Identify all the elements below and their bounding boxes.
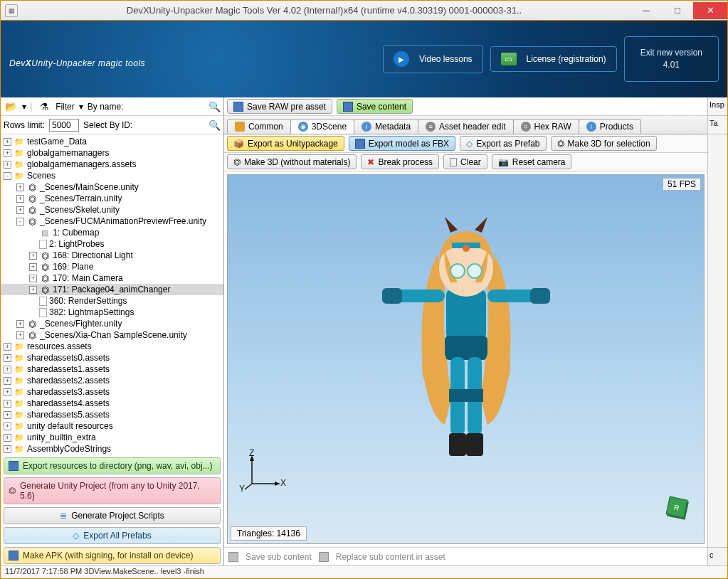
- dropdown-icon[interactable]: ▾: [79, 102, 83, 112]
- expand-icon[interactable]: +: [16, 320, 24, 328]
- expand-icon[interactable]: +: [4, 343, 11, 351]
- tab-hex[interactable]: ⌗Hex RAW: [513, 119, 579, 134]
- make-3d-selection-button[interactable]: ⏣Make 3D for selection: [551, 136, 657, 151]
- expand-icon[interactable]: [29, 240, 37, 248]
- tree-row[interactable]: +⏣169: Plane: [1, 261, 223, 272]
- video-lessons-button[interactable]: ▶ Video lessons: [383, 45, 483, 73]
- tree-row[interactable]: +⏣_Scenes/MainScene.unity: [1, 181, 223, 193]
- expand-icon[interactable]: +: [29, 275, 37, 282]
- filter-icon[interactable]: ⚗: [37, 100, 51, 114]
- expand-icon[interactable]: +: [4, 366, 11, 373]
- expand-icon[interactable]: [29, 229, 37, 237]
- tree-row[interactable]: +📁sharedassets5.assets: [1, 409, 223, 420]
- tree-row[interactable]: +📁sharedassets3.assets: [1, 386, 223, 398]
- expand-icon[interactable]: +: [29, 252, 37, 260]
- expand-icon[interactable]: +: [4, 445, 11, 453]
- tree-row[interactable]: +📁unity default resources: [1, 420, 223, 432]
- license-button[interactable]: ▭ License (registration): [490, 46, 617, 72]
- export-unitypackage-button[interactable]: 📦Export as Unitypackage: [227, 136, 344, 151]
- exit-version-box[interactable]: Exit new version 4.01: [624, 36, 719, 82]
- tree-row[interactable]: +⏣_Scenes/Terrain.unity: [1, 193, 223, 204]
- tree-row[interactable]: +📁sharedassets4.assets: [1, 398, 223, 409]
- expand-icon[interactable]: +: [16, 184, 24, 191]
- expand-icon[interactable]: +: [29, 263, 37, 271]
- expand-icon[interactable]: +: [4, 354, 11, 362]
- expand-icon[interactable]: +: [16, 331, 24, 339]
- collapsed-tab[interactable]: c: [708, 547, 727, 565]
- tab-products[interactable]: iProducts: [579, 119, 641, 134]
- tree-row[interactable]: +📁globalgamemanagers: [1, 147, 223, 159]
- dropdown-icon[interactable]: ▾: [22, 102, 26, 112]
- expand-icon[interactable]: +: [4, 388, 11, 396]
- tree-row[interactable]: +📁unity_builtin_extra: [1, 432, 223, 443]
- tab-metadata[interactable]: iMetadata: [354, 119, 418, 134]
- logo: DevXUnity-Unpacker magic tools: [9, 47, 145, 71]
- 3d-viewport[interactable]: 51 FPS: [227, 174, 705, 544]
- tree-row[interactable]: +⏣170: Main Camera: [1, 272, 223, 284]
- expand-icon[interactable]: [29, 309, 37, 317]
- tree-row[interactable]: +⏣_Scenes/Xia-Chan SampleScene.unity: [1, 329, 223, 341]
- tree-row[interactable]: +⏣_Scenes/Skelet.unity: [1, 204, 223, 216]
- search-icon[interactable]: 🔍: [209, 101, 221, 112]
- close-button[interactable]: ✕: [693, 2, 727, 19]
- expand-icon[interactable]: +: [4, 400, 11, 408]
- tags-tab[interactable]: Ta: [708, 116, 727, 134]
- tree-row[interactable]: +📁AssemblyCodeStrings: [1, 443, 223, 455]
- reset-camera-button[interactable]: 📷Reset camera: [492, 154, 572, 169]
- rows-limit-input[interactable]: [49, 119, 79, 132]
- save-sub-content-button[interactable]: Save sub content: [246, 552, 312, 562]
- expand-icon[interactable]: +: [4, 149, 11, 157]
- expand-icon[interactable]: -: [4, 172, 11, 180]
- tree-row[interactable]: +📁globalgamemanagers.assets: [1, 159, 223, 170]
- expand-icon[interactable]: -: [16, 218, 24, 225]
- expand-icon[interactable]: +: [16, 206, 24, 214]
- save-raw-button[interactable]: Save RAW pre asset: [227, 99, 332, 114]
- export-all-prefabs-button[interactable]: ◇ Export All Prefabs: [4, 527, 221, 544]
- expand-icon[interactable]: +: [4, 423, 11, 430]
- generate-scripts-button[interactable]: ≣ Generate Project Scripts: [4, 507, 221, 524]
- export-prefab-button[interactable]: ◇Export as Prefab: [460, 136, 546, 151]
- inspector-tab[interactable]: Insp: [708, 97, 727, 116]
- search-icon[interactable]: 🔍: [209, 119, 221, 131]
- tree-row[interactable]: +⏣171: Package04_animChanger: [1, 284, 223, 295]
- tree-row[interactable]: ▨1: Cubemap: [1, 227, 223, 238]
- tree-row[interactable]: 2: LightProbes: [1, 238, 223, 250]
- tree-row[interactable]: +📁resources.assets: [1, 341, 223, 352]
- tab-common[interactable]: Common: [227, 119, 291, 134]
- expand-icon[interactable]: +: [4, 411, 11, 419]
- save-content-button[interactable]: Save content: [337, 99, 413, 114]
- expand-icon[interactable]: [29, 297, 37, 305]
- orientation-gizmo[interactable]: R: [661, 494, 692, 525]
- tab-3dscene[interactable]: ◉3DScene: [290, 119, 354, 134]
- tree-row[interactable]: -📁Scenes: [1, 170, 223, 181]
- replace-sub-content-button[interactable]: Replace sub content in asset: [336, 552, 445, 562]
- tree-row[interactable]: +📁sharedassets2.assets: [1, 375, 223, 386]
- tree-row[interactable]: +📁sharedassets1.assets: [1, 363, 223, 375]
- export-resources-button[interactable]: Export resources to directory (png, wav,…: [4, 457, 221, 474]
- maximize-button[interactable]: □: [662, 2, 693, 19]
- tab-asset-header[interactable]: ≡Asset header edit: [418, 119, 513, 134]
- make-apk-button[interactable]: Make APK (with signing, for install on d…: [4, 547, 221, 564]
- tree-row[interactable]: 382: LightmapSettings: [1, 307, 223, 318]
- generate-unity-project-button[interactable]: ⏣ Generate Unity Project (from any to Un…: [4, 477, 221, 504]
- tree-row[interactable]: -⏣_Scenes/FUCMAnimationPreviewFree.unity: [1, 216, 223, 227]
- expand-icon[interactable]: +: [4, 161, 11, 169]
- expand-icon[interactable]: +: [29, 286, 37, 294]
- clear-button[interactable]: Clear: [443, 154, 487, 169]
- minimize-button[interactable]: ─: [631, 2, 662, 19]
- expand-icon[interactable]: +: [16, 195, 24, 203]
- tree-row[interactable]: +📁testGame_Data: [1, 136, 223, 147]
- asset-tree[interactable]: +📁testGame_Data+📁globalgamemanagers+📁glo…: [1, 134, 223, 456]
- tree-row[interactable]: +📁sharedassets0.assets: [1, 352, 223, 363]
- open-icon[interactable]: 📂: [4, 100, 18, 114]
- folder-icon: 📁: [14, 376, 25, 386]
- expand-icon[interactable]: +: [4, 138, 11, 146]
- tree-row[interactable]: 360: RenderSettings: [1, 295, 223, 307]
- make-3d-nomaterials-button[interactable]: ⏣Make 3D (without materials): [227, 154, 357, 169]
- expand-icon[interactable]: +: [4, 434, 11, 442]
- break-process-button[interactable]: ✖Break process: [361, 154, 439, 169]
- tree-row[interactable]: +⏣_Scenes/Fighter.unity: [1, 318, 223, 329]
- expand-icon[interactable]: +: [4, 377, 11, 385]
- tree-row[interactable]: +⏣168: Directional Light: [1, 250, 223, 261]
- export-fbx-button[interactable]: Export model as FBX: [349, 136, 455, 151]
